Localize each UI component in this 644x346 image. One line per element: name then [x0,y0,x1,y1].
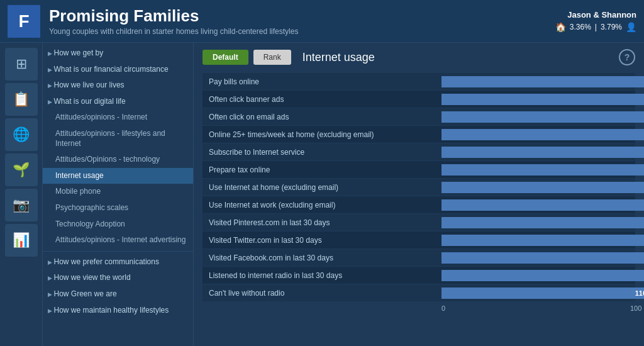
nav-item-financial[interactable]: What is our financial circumstance [43,62,193,78]
chart-row-label: Listened to internet radio in last 30 da… [203,271,441,280]
chart-bar: 192 [441,217,644,228]
nav-item-attitudes-lifestyles[interactable]: Attitudes/opinions - lifestyles and Inte… [43,126,193,152]
nav-item-digital[interactable]: What is our digital life [43,94,193,110]
nav-item-communications[interactable]: How we prefer communications [43,254,193,271]
chart-row-label: Often click banner ads [203,95,441,104]
chart-row-label: Visited Twitter.com in last 30 days [203,236,441,245]
nav-item-psychographic[interactable]: Psychographic scales [43,200,193,216]
header: F Promising Families Young couples with … [0,0,644,43]
chart-bar-area: 139 [441,108,635,125]
rank-button[interactable]: Rank [253,50,291,65]
content-area: Default Rank Internet usage ? Pay bills … [194,43,644,346]
app-subtitle: Young couples with children in starter h… [49,27,555,36]
chart-bar-area: 127 [441,249,635,266]
chart-bar: 131 [441,235,644,246]
chart-bar: 165 [441,199,644,211]
chart-bar-value: 110 [635,289,644,297]
chart-area: Pay bills online137Often click banner ad… [203,73,635,302]
nav-icon-globe[interactable]: 🌐 [5,118,38,151]
user-name: Jason & Shannon [567,10,636,20]
chart-row-label: Often click on email ads [203,113,441,121]
chart-bar: 165 [441,129,644,140]
chart-bar: 124 [441,182,644,193]
chart-bar-area: 124 [441,179,635,196]
help-button[interactable]: ? [619,49,635,65]
nav-item-internet-usage[interactable]: Internet usage [43,168,193,184]
chart-bar-area: 165 [441,196,635,213]
main-layout: ⊞ 📋 🌐 🌱 📷 📊 How we get by What is our fi… [0,43,644,346]
nav-icon-list[interactable]: 📋 [5,83,38,116]
chart-bar-area: 192 [441,214,635,231]
stat-separator: | [595,23,597,31]
chart-bar: 115 [441,147,644,158]
chart-row-label: Can't live without radio [203,289,441,298]
chart-row: Listened to internet radio in last 30 da… [203,267,635,284]
chart-row-label: Visited Pinterest.com in last 30 days [203,218,441,227]
chart-row-label: Pay bills online [203,77,441,86]
x-axis-tick: 0 [441,304,445,312]
header-stats: 🏠 3.36% | 3.79% 👤 [555,22,636,32]
chart-row-label: Use Internet at home (excluding email) [203,183,441,192]
nav-item-attitudes-tech[interactable]: Attitudes/Opinions - technology [43,152,193,168]
x-axis-tick: 100 [630,304,641,312]
nav-item-attitudes-advertising[interactable]: Attitudes/opinions - Internet advertisin… [43,232,193,248]
stat1: 3.36% [570,23,591,31]
nav-item-get-by[interactable]: How we get by [43,45,193,62]
chart-row: Pay bills online137 [203,73,635,91]
nav-item-green[interactable]: How Green we are [43,286,193,303]
chart-row-label: Prepare tax online [203,165,441,174]
app-title: Promising Families [49,6,555,26]
chart-bar: 139 [441,111,644,123]
nav-icon-chart[interactable]: 📊 [5,224,38,257]
chart-bar-area: 186 [441,161,635,178]
chart-row: Prepare tax online186 [203,161,635,179]
chart-bar-area: 139 [441,267,635,284]
chart-bar: 127 [441,252,644,264]
chart-bar-area: 131 [441,232,635,248]
chart-bar-area: 115 [441,143,635,160]
chart-row: Online 25+ times/week at home (excluding… [203,126,635,143]
chart-bar-area: 165 [441,126,635,143]
chart-row-label: Visited Facebook.com in last 30 days [203,254,441,262]
nav-item-live-lives[interactable]: How we live our lives [43,77,193,94]
nav-item-mobile[interactable]: Mobile phone [43,184,193,200]
stat2: 3.79% [601,23,622,31]
chart-bar: 137 [441,76,644,87]
nav-divider-1 [43,251,193,252]
chart-row-label: Online 25+ times/week at home (excluding… [203,130,441,139]
chart-row: Subscribe to Internet service115 [203,143,635,161]
header-user: Jason & Shannon 🏠 3.36% | 3.79% 👤 [555,10,636,32]
chart-row: Often click banner ads220 [203,91,635,108]
chart-bar-area: 110 [441,284,635,301]
chart-bar-area: 220 [441,91,635,108]
nav-item-attitudes-internet[interactable]: Attitudes/opinions - Internet [43,109,193,126]
header-title-block: Promising Families Young couples with ch… [49,6,555,36]
nav-panel: How we get by What is our financial circ… [43,43,194,346]
chart-bar: 220 [441,94,644,105]
chart-bar-area: 137 [441,73,635,90]
chart-row-label: Use Internet at work (excluding email) [203,201,441,209]
default-button[interactable]: Default [203,50,248,65]
icon-bar: ⊞ 📋 🌐 🌱 📷 📊 [0,43,43,346]
nav-item-tech-adoption[interactable]: Technology Adoption [43,216,193,233]
x-axis: 0100200 [441,302,635,307]
chart-row: Visited Pinterest.com in last 30 days192 [203,214,635,232]
nav-icon-camera[interactable]: 📷 [5,189,38,221]
chart-row: Visited Facebook.com in last 30 days127 [203,249,635,267]
person-icon: 👤 [626,22,636,32]
nav-item-view-world[interactable]: How we view the world [43,270,193,286]
nav-item-healthy[interactable]: How we maintain healthy lifestyles [43,303,193,319]
nav-icon-nature[interactable]: 🌱 [5,153,38,186]
chart-bar: 139 [441,270,644,281]
nav-icon-grid[interactable]: ⊞ [5,48,38,81]
chart-row: Often click on email ads139 [203,108,635,126]
chart-row: Use Internet at home (excluding email)12… [203,179,635,196]
logo: F [8,5,40,38]
chart-bar: 186 [441,164,644,176]
chart-row: Visited Twitter.com in last 30 days131 [203,232,635,249]
toolbar: Default Rank Internet usage ? [203,49,635,65]
chart-title: Internet usage [303,51,614,64]
chart-bar: 110 [441,287,644,299]
chart-row: Use Internet at work (excluding email)16… [203,196,635,214]
house-icon: 🏠 [555,22,566,32]
